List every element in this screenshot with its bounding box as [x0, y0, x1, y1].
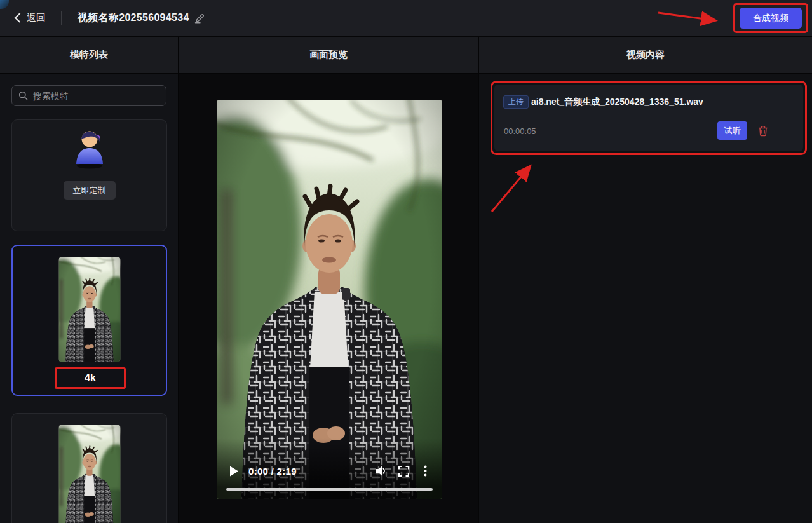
preview-panel-header: 画面预览 — [179, 37, 478, 74]
audio-filename: ai8.net_音频生成_20250428_1336_51.wav — [531, 97, 703, 108]
models-panel-header: 模特列表 — [0, 37, 179, 74]
window-corner-artifact — [0, 0, 9, 9]
back-chevron-icon — [14, 13, 21, 23]
model-thumbnail — [58, 425, 120, 523]
delete-audio-icon[interactable] — [757, 125, 769, 137]
upload-badge: 上传 — [503, 95, 529, 109]
model-search-box — [11, 85, 166, 106]
video-controls: 0:00 / 2:19 — [217, 461, 442, 481]
more-options-icon[interactable] — [418, 464, 432, 478]
video-player[interactable]: 0:00 / 2:19 — [217, 100, 442, 499]
model-resolution-label: 4k — [85, 372, 96, 384]
model-card-selected[interactable]: 4k — [11, 245, 167, 396]
annotation-box-synthesize: 合成视频 — [733, 3, 808, 33]
model-card-2[interactable] — [11, 413, 167, 523]
search-input[interactable] — [33, 91, 159, 101]
edit-title-icon[interactable] — [194, 13, 205, 24]
video-progress-bar[interactable] — [226, 488, 433, 491]
fullscreen-icon[interactable] — [396, 464, 410, 478]
column-headers: 模特列表 画面预览 视频内容 — [0, 37, 812, 74]
page-title: 视频名称202556094534 — [78, 11, 189, 25]
audio-duration: 00:00:05 — [504, 126, 536, 136]
time-display: 0:00 / 2:19 — [248, 466, 297, 477]
top-bar: 返回 视频名称202556094534 合成视频 — [0, 0, 812, 36]
preview-panel: 0:00 / 2:19 — [179, 74, 478, 523]
back-label: 返回 — [27, 12, 46, 24]
model-thumbnail — [58, 257, 120, 362]
annotation-box-audio: 上传 ai8.net_音频生成_20250428_1336_51.wav 00:… — [491, 81, 807, 155]
annotation-box-4k: 4k — [55, 367, 126, 389]
synthesize-video-button[interactable]: 合成视频 — [740, 8, 802, 29]
app-root: 返回 视频名称202556094534 合成视频 模特列表 画面预览 视频内容 — [0, 0, 812, 523]
models-panel: 立即定制 4k — [0, 74, 179, 523]
listen-button[interactable]: 试听 — [717, 121, 747, 140]
search-icon — [18, 91, 28, 100]
volume-icon[interactable] — [375, 464, 389, 478]
audio-item-card: 上传 ai8.net_音频生成_20250428_1336_51.wav 00:… — [494, 85, 803, 151]
content-panel: 上传 ai8.net_音频生成_20250428_1336_51.wav 00:… — [479, 74, 812, 523]
play-icon[interactable] — [227, 464, 241, 478]
back-button[interactable]: 返回 — [14, 9, 46, 27]
custom-avatar-icon — [67, 125, 112, 171]
content-panel-header: 视频内容 — [479, 37, 812, 74]
customize-now-button[interactable]: 立即定制 — [64, 181, 116, 200]
customize-model-card[interactable]: 立即定制 — [11, 119, 167, 231]
topbar-divider — [61, 11, 62, 25]
